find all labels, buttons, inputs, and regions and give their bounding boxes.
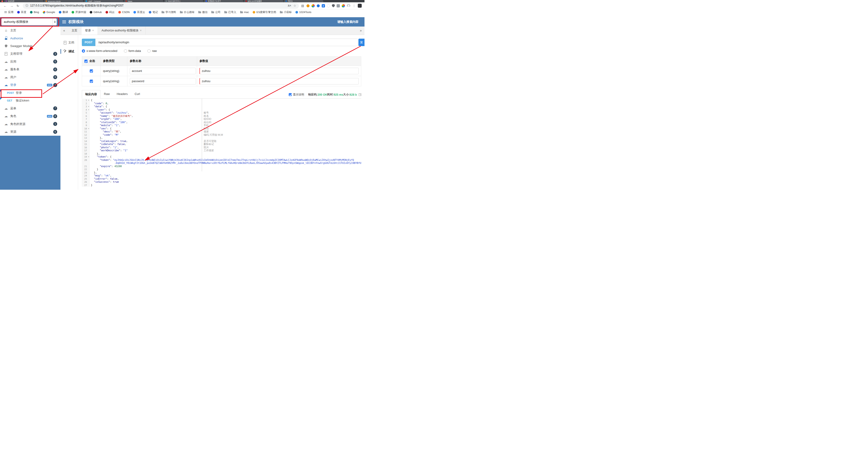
bookmark-item[interactable]: 已导入 <box>222 10 238 14</box>
dark-panel-icon[interactable] <box>358 4 362 8</box>
doc-tab[interactable]: 主页 <box>68 27 81 35</box>
param-value-input[interactable] <box>199 78 359 84</box>
fold-icon[interactable]: ▾ <box>87 127 90 130</box>
select-all-checkbox[interactable] <box>84 60 88 63</box>
sidebar-item[interactable]: ☁菜单7 <box>0 105 60 112</box>
sidebar-item[interactable]: ☁登录NEW2 <box>0 81 60 89</box>
browser-tab[interactable]: 温故知新 <box>4 0 43 2</box>
address-bar[interactable]: ⓘ 127.0.0.1:8760/api/gate/doc.html#/auth… <box>23 3 299 9</box>
sidebar-item[interactable]: Authorize <box>0 34 60 43</box>
shield-extension-icon[interactable] <box>332 4 335 7</box>
forward-icon[interactable]: → <box>10 4 13 8</box>
param-checkbox[interactable] <box>90 80 93 83</box>
browser-tab[interactable]: gitee push失败重新 <box>244 0 283 2</box>
jp-extension-icon[interactable]: jp <box>322 4 325 7</box>
fold-icon[interactable]: ▾ <box>87 99 90 102</box>
page-info-icon[interactable]: ⓘ <box>26 4 28 8</box>
param-checkbox[interactable] <box>90 69 93 73</box>
sidebar-item[interactable]: ⌂主页 <box>0 27 60 34</box>
param-name-input[interactable] <box>130 78 196 84</box>
fold-icon[interactable]: ▾ <box>87 105 90 108</box>
sidebar-item[interactable]: ☁应用5 <box>0 58 60 66</box>
bookmark-item[interactable]: 1024Tools <box>293 11 313 13</box>
fold-icon[interactable]: ▾ <box>87 108 90 112</box>
sidebar-item[interactable]: 文档管理3 <box>0 50 60 58</box>
param-name-input[interactable] <box>130 68 196 74</box>
content-type-option[interactable]: x-www-form-urlencoded <box>82 49 117 53</box>
bookmark-item[interactable]: Google <box>41 11 57 13</box>
module-select[interactable]: authority-权限模块 <box>1 19 57 25</box>
response-tab[interactable]: Raw <box>100 90 113 99</box>
pinwheel-extension-icon[interactable] <box>342 4 345 7</box>
bookmark-item[interactable]: 百度云 <box>131 10 147 14</box>
param-value-input[interactable] <box>199 68 359 74</box>
more-menu-icon[interactable]: ⋮ <box>352 4 356 8</box>
menu-icon[interactable] <box>62 21 66 23</box>
side-panel-icon[interactable]: ▤ <box>301 4 305 8</box>
browser-tab[interactable]: 百度服务开发者平 <box>204 0 243 2</box>
bookmark-item[interactable]: 学习资料 <box>160 10 178 14</box>
bookmark-item[interactable]: ES搜索引擎文档 <box>251 10 278 14</box>
sidebar-item[interactable]: ☁资源6 <box>0 128 60 136</box>
reload-icon[interactable]: ↻ <box>17 4 19 8</box>
sidebar-item[interactable]: ☁用户9 <box>0 73 60 81</box>
bookmark-item[interactable]: GitHub <box>88 11 104 13</box>
bookmark-item[interactable]: mac <box>238 11 251 13</box>
doc-tab[interactable]: 登录× <box>81 27 98 35</box>
subnav-doc[interactable]: 文档 <box>60 38 78 47</box>
fullscreen-icon[interactable] <box>359 93 361 96</box>
doc-tab[interactable]: Authorize-authority-权限模块× <box>98 27 146 35</box>
collapse-right-icon[interactable]: » <box>357 27 365 35</box>
extension-white-icon[interactable] <box>327 4 330 7</box>
response-editor[interactable]: 1▾{2 "code": 0,3▾ "data": {4▾ "user": {5… <box>82 99 361 187</box>
fold-icon[interactable]: ▾ <box>87 155 90 159</box>
send-button[interactable]: 发 <box>359 39 365 46</box>
sidebar-item[interactable]: ☁角色的资源1 <box>0 120 60 128</box>
bookmark-label: 微信 <box>202 10 208 14</box>
response-tab[interactable]: Headers <box>113 90 131 99</box>
bookmark-item[interactable]: 开源中国 <box>70 10 88 14</box>
line-number: 13 <box>82 136 87 140</box>
api-url-input[interactable]: /api/authority/anno/login <box>95 39 358 46</box>
bookmark-item[interactable]: CSDN <box>117 11 131 13</box>
content-type-option[interactable]: raw <box>147 49 157 53</box>
bookmark-item[interactable]: 小目标 <box>278 10 294 14</box>
sidebar-item[interactable]: POST登录 <box>0 89 60 97</box>
bookmark-item[interactable]: 什么都有 <box>178 10 196 14</box>
bookmark-item[interactable]: 码云 <box>104 10 117 14</box>
sidebar-item[interactable]: ☁角色NEW8 <box>0 112 60 120</box>
browser-tab[interactable]: heard 临时文件上 <box>164 0 204 2</box>
show-desc-checkbox[interactable] <box>289 93 292 96</box>
window-close-button[interactable] <box>1 0 3 2</box>
browser-tab[interactable]: 郑好办 <box>284 0 323 2</box>
browser-tab[interactable]: temporary-interite <box>44 0 84 2</box>
bookmark-item[interactable]: 笔记 <box>147 10 160 14</box>
response-tab[interactable]: 响应内容 <box>82 90 100 99</box>
sidebar-item[interactable]: ☁服务表6 <box>0 66 60 74</box>
translate-icon[interactable]: 文A <box>288 4 291 7</box>
close-tab-icon[interactable]: × <box>92 27 94 35</box>
back-icon[interactable]: ← <box>3 4 7 8</box>
content-type-option[interactable]: form-data <box>124 49 141 53</box>
extension-orange-icon[interactable] <box>306 4 310 7</box>
header-search-input[interactable]: 请输入搜索内容 <box>337 20 359 24</box>
subnav-debug[interactable]: 调试 <box>60 47 78 56</box>
bookmark-item[interactable]: 微信 <box>196 10 210 14</box>
close-tab-icon[interactable]: × <box>140 27 142 35</box>
bookmark-item[interactable]: 翻译 <box>57 10 70 14</box>
browser-tab[interactable]: hbase <box>124 0 163 2</box>
bookmark-item[interactable]: 公司 <box>210 10 222 14</box>
collapse-left-icon[interactable]: « <box>60 27 68 35</box>
bookmark-item[interactable]: Bing <box>28 11 41 13</box>
bookmark-item[interactable]: 应用 <box>2 10 16 14</box>
browser-tab[interactable]: LAMP - Compose <box>84 0 123 2</box>
google-extension-icon[interactable] <box>311 4 315 7</box>
response-tab[interactable]: Curl <box>131 90 144 99</box>
extension-blue-icon[interactable] <box>317 4 320 7</box>
sidebar-item[interactable]: Swagger Models <box>0 42 60 50</box>
bookmark-item[interactable]: 百度 <box>16 10 28 14</box>
bookmark-star-icon[interactable]: ☆ <box>293 4 296 7</box>
sidebar-item[interactable]: GET验证token <box>0 97 60 105</box>
extension-gray-icon[interactable] <box>337 4 340 7</box>
profile-avatar[interactable] <box>347 4 350 7</box>
